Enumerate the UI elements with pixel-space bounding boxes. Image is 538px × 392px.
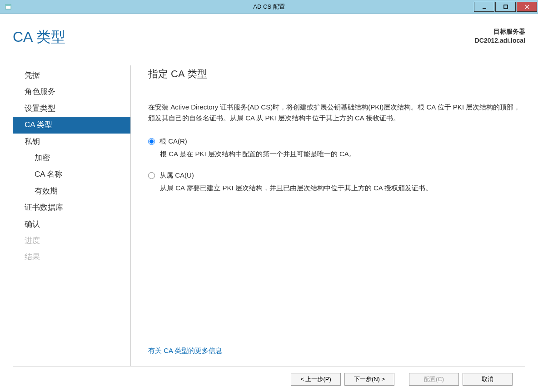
main-heading: 指定 CA 类型 — [148, 67, 525, 81]
page-title: CA 类型 — [13, 27, 65, 47]
cancel-button[interactable]: 取消 — [463, 373, 513, 386]
titlebar: AD CS 配置 — [0, 0, 538, 14]
radio-label-0: 根 CA(R) — [159, 137, 187, 146]
radio-label-1: 从属 CA(U) — [159, 171, 194, 180]
svg-rect-1 — [5, 5, 11, 6]
radio-option-0: 根 CA(R)根 CA 是在 PKI 层次结构中配置的第一个并且可能是唯一的 C… — [148, 137, 525, 159]
svg-rect-3 — [504, 5, 508, 9]
sidebar-item-8[interactable]: 证书数据库 — [13, 199, 130, 216]
radio-desc-0: 根 CA 是在 PKI 层次结构中配置的第一个并且可能是唯一的 CA。 — [160, 149, 514, 159]
maximize-button[interactable] — [495, 2, 516, 12]
window-title: AD CS 配置 — [253, 3, 284, 11]
sidebar-item-6[interactable]: CA 名称 — [13, 166, 130, 183]
app-icon — [4, 2, 13, 11]
radio-row-0[interactable]: 根 CA(R) — [148, 137, 525, 146]
radio-group: 根 CA(R)根 CA 是在 PKI 层次结构中配置的第一个并且可能是唯一的 C… — [148, 137, 525, 205]
minimize-button[interactable] — [474, 2, 494, 12]
sidebar-item-3[interactable]: CA 类型 — [13, 117, 130, 133]
sidebar-item-1[interactable]: 角色服务 — [13, 84, 130, 100]
sidebar-item-0[interactable]: 凭据 — [13, 67, 130, 84]
next-button[interactable]: 下一步(N) > — [344, 373, 394, 386]
sidebar-item-5[interactable]: 加密 — [13, 150, 130, 166]
main-description: 在安装 Active Directory 证书服务(AD CS)时，将创建或扩展… — [148, 102, 521, 124]
sidebar-item-4[interactable]: 私钥 — [13, 134, 130, 150]
more-info-link[interactable]: 有关 CA 类型的更多信息 — [148, 347, 525, 355]
target-server: 目标服务器 DC2012.adi.local — [475, 27, 525, 45]
sidebar-item-10: 进度 — [13, 233, 130, 249]
target-server-value: DC2012.adi.local — [475, 36, 525, 45]
radio-row-1[interactable]: 从属 CA(U) — [148, 171, 525, 180]
previous-button[interactable]: < 上一步(P) — [291, 373, 341, 386]
button-bar: < 上一步(P) 下一步(N) > 配置(C) 取消 — [13, 366, 525, 392]
target-server-label: 目标服务器 — [475, 27, 525, 36]
configure-button[interactable]: 配置(C) — [409, 373, 459, 386]
window-controls — [474, 2, 538, 12]
sidebar: 凭据角色服务设置类型CA 类型私钥加密CA 名称有效期证书数据库确认进度结果 — [13, 65, 131, 366]
main-panel: 指定 CA 类型 在安装 Active Directory 证书服务(AD CS… — [131, 65, 525, 366]
radio-desc-1: 从属 CA 需要已建立 PKI 层次结构，并且已由层次结构中位于其上方的 CA … — [160, 183, 514, 194]
radio-option-1: 从属 CA(U)从属 CA 需要已建立 PKI 层次结构，并且已由层次结构中位于… — [148, 171, 525, 194]
sidebar-item-9[interactable]: 确认 — [13, 216, 130, 233]
radio-input-1[interactable] — [148, 172, 155, 179]
sidebar-item-7[interactable]: 有效期 — [13, 183, 130, 199]
radio-input-0[interactable] — [148, 138, 155, 145]
sidebar-item-2[interactable]: 设置类型 — [13, 100, 130, 117]
sidebar-item-11: 结果 — [13, 249, 130, 265]
close-button[interactable] — [517, 2, 537, 12]
